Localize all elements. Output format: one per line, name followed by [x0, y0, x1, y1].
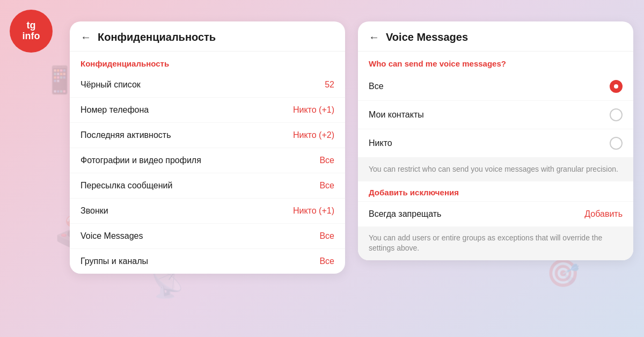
info-text: You can restrict who can send you voice … [369, 165, 618, 173]
add-exception-button[interactable]: Добавить [584, 209, 623, 219]
list-item[interactable]: Звонки Никто (+1) [70, 199, 345, 224]
right-section-label: Who can send me voice messages? [358, 52, 633, 72]
right-panel-body: Who can send me voice messages? Все Мои … [358, 52, 633, 260]
radio-circle-contacts[interactable] [610, 108, 623, 121]
info-box: You can restrict who can send you voice … [358, 158, 633, 181]
radio-circle-selected[interactable] [610, 80, 623, 93]
radio-circle-nobody[interactable] [610, 137, 623, 150]
logo-text: tginfo [23, 20, 40, 42]
right-panel-header: ← Voice Messages [358, 21, 633, 52]
exceptions-info-box: You can add users or entire groups as ex… [358, 226, 633, 260]
left-section-label: Конфиденциальность [70, 52, 345, 72]
exceptions-info-text: You can add users or entire groups as ex… [369, 233, 602, 253]
radio-option-nobody[interactable]: Никто [358, 129, 633, 158]
left-panel: ← Конфиденциальность Конфиденциальность … [70, 21, 345, 274]
voice-messages-item[interactable]: Voice Messages Все [70, 224, 345, 249]
list-item[interactable]: Пересылка сообщений Все [70, 173, 345, 199]
radio-option-contacts[interactable]: Мои контакты [358, 101, 633, 129]
right-panel: ← Voice Messages Who can send me voice m… [358, 21, 633, 260]
exceptions-label: Добавить исключения [358, 181, 633, 201]
list-item[interactable]: Группы и каналы Все [70, 249, 345, 274]
list-item[interactable]: Номер телефона Никто (+1) [70, 98, 345, 123]
right-panel-title: Voice Messages [386, 31, 468, 43]
radio-option-vse[interactable]: Все [358, 72, 633, 101]
list-item[interactable]: Последняя активность Никто (+2) [70, 123, 345, 148]
tginfo-logo: tginfo [10, 10, 53, 53]
list-item[interactable]: Чёрный список 52 [70, 72, 345, 98]
list-item[interactable]: Фотографии и видео профиля Все [70, 148, 345, 173]
left-back-button[interactable]: ← [80, 31, 91, 43]
left-panel-body: Конфиденциальность Чёрный список 52 Номе… [70, 52, 345, 274]
panels-container: ← Конфиденциальность Конфиденциальность … [70, 21, 633, 321]
right-back-button[interactable]: ← [369, 31, 379, 43]
exception-item[interactable]: Всегда запрещать Добавить [358, 201, 633, 226]
left-panel-header: ← Конфиденциальность [70, 21, 345, 52]
left-panel-title: Конфиденциальность [98, 31, 216, 43]
